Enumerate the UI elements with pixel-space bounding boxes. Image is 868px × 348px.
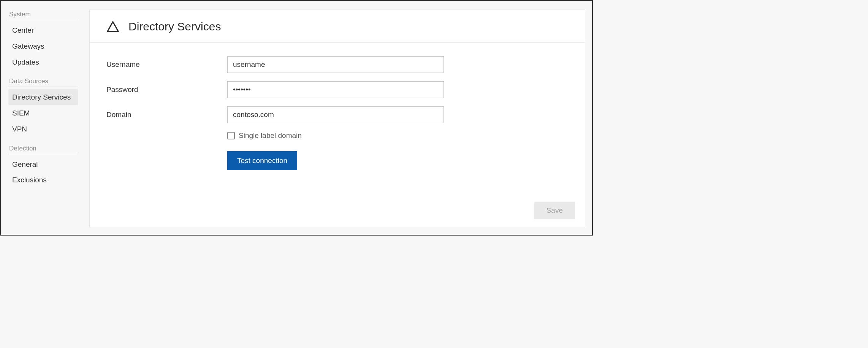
sidebar-item-vpn[interactable]: VPN	[8, 121, 78, 137]
form-row-password: Password	[106, 81, 568, 98]
form-row-username: Username	[106, 56, 568, 73]
password-input[interactable]	[227, 81, 444, 98]
sidebar-section-title: System	[8, 8, 78, 20]
main-panel: Directory Services Username Password Dom…	[82, 1, 592, 235]
sidebar-section-detection: Detection General Exclusions	[8, 142, 78, 188]
form-row-domain: Domain	[106, 106, 568, 123]
username-input[interactable]	[227, 56, 444, 73]
sidebar-item-exclusions[interactable]: Exclusions	[8, 172, 78, 188]
single-label-domain-checkbox[interactable]	[227, 132, 235, 139]
sidebar-item-updates[interactable]: Updates	[8, 54, 78, 70]
sidebar: System Center Gateways Updates Data Sour…	[1, 1, 82, 235]
card-body: Username Password Domain Single label do…	[90, 43, 585, 228]
single-label-domain-label: Single label domain	[239, 131, 302, 140]
domain-input[interactable]	[227, 106, 444, 123]
single-label-domain-row: Single label domain	[227, 131, 568, 140]
sidebar-section-title: Detection	[8, 142, 78, 154]
page-title: Directory Services	[128, 20, 221, 33]
sidebar-section-data-sources: Data Sources Directory Services SIEM VPN	[8, 75, 78, 137]
sidebar-item-general[interactable]: General	[8, 157, 78, 172]
test-connection-button[interactable]: Test connection	[227, 151, 297, 170]
sidebar-item-directory-services[interactable]: Directory Services	[8, 89, 78, 105]
sidebar-section-title: Data Sources	[8, 75, 78, 87]
username-label: Username	[106, 60, 227, 69]
sidebar-item-gateways[interactable]: Gateways	[8, 38, 78, 54]
sidebar-item-siem[interactable]: SIEM	[8, 105, 78, 121]
card-header: Directory Services	[90, 9, 585, 43]
domain-label: Domain	[106, 111, 227, 119]
settings-card: Directory Services Username Password Dom…	[89, 9, 585, 228]
save-button[interactable]: Save	[534, 202, 575, 219]
button-row: Test connection	[227, 151, 568, 170]
sidebar-section-system: System Center Gateways Updates	[8, 8, 78, 70]
sidebar-item-center[interactable]: Center	[8, 22, 78, 38]
warning-triangle-icon	[106, 20, 119, 33]
app-frame: System Center Gateways Updates Data Sour…	[0, 0, 593, 236]
password-label: Password	[106, 85, 227, 94]
